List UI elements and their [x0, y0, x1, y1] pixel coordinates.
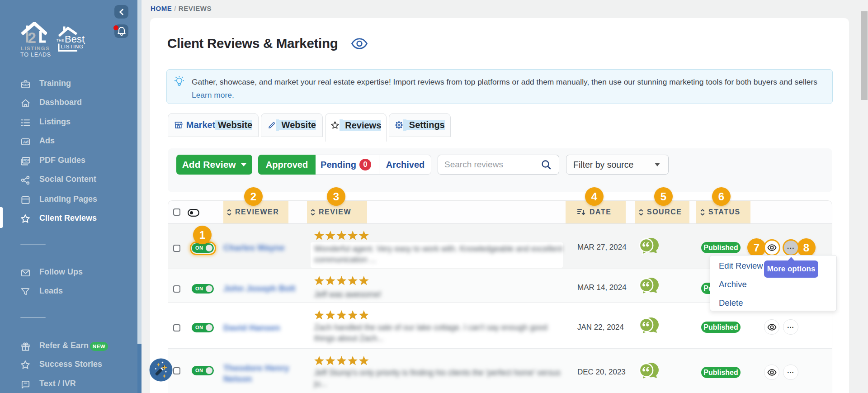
svg-text:PDF: PDF: [24, 159, 29, 162]
svg-text:Ad: Ad: [23, 140, 28, 144]
svg-text:Best: Best: [65, 33, 85, 45]
svg-text:2: 2: [28, 29, 36, 43]
svg-text:LISTING: LISTING: [61, 44, 84, 49]
svg-text:THE: THE: [57, 38, 64, 43]
